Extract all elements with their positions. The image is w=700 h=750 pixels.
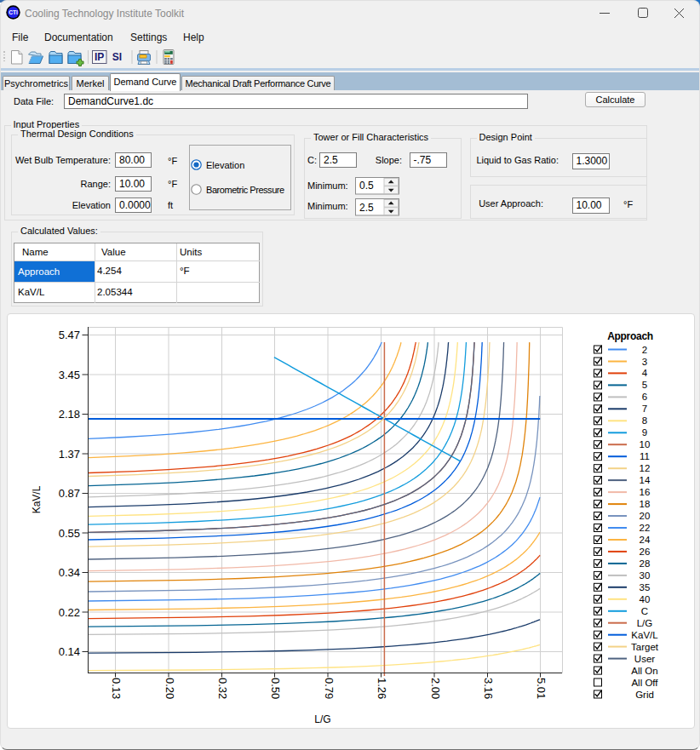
svg-text:0.22: 0.22	[59, 606, 80, 619]
svg-text:22: 22	[640, 523, 651, 533]
svg-text:L/G: L/G	[637, 618, 653, 628]
svg-text:Grid: Grid	[635, 690, 654, 700]
svg-text:0.79: 0.79	[323, 678, 336, 699]
svg-text:0.34: 0.34	[59, 566, 80, 579]
svg-text:IP: IP	[95, 51, 104, 63]
svg-text:4: 4	[642, 368, 648, 378]
svg-text:3.16: 3.16	[482, 678, 495, 699]
svg-text:All On: All On	[631, 666, 657, 676]
svg-text:5: 5	[642, 380, 647, 390]
svg-text:24: 24	[640, 535, 651, 545]
svg-text:2: 2	[642, 345, 647, 355]
svg-text:16: 16	[640, 487, 651, 497]
svg-text:2.18: 2.18	[59, 408, 80, 421]
svg-text:12: 12	[640, 463, 651, 473]
svg-text:10: 10	[640, 439, 651, 449]
svg-text:0.20: 0.20	[164, 678, 176, 699]
svg-text:28: 28	[640, 558, 651, 569]
svg-text:0.14: 0.14	[59, 645, 80, 658]
svg-text:1.26: 1.26	[376, 678, 388, 699]
svg-text:20: 20	[640, 511, 651, 521]
svg-text:8: 8	[642, 415, 647, 426]
svg-text:7: 7	[642, 404, 647, 414]
svg-text:L/G: L/G	[314, 713, 330, 725]
svg-text:Target: Target	[631, 642, 659, 652]
svg-text:6: 6	[642, 392, 647, 402]
svg-text:3.45: 3.45	[59, 369, 80, 381]
svg-text:0.55: 0.55	[59, 527, 80, 540]
svg-text:30: 30	[640, 570, 651, 581]
svg-text:5.01: 5.01	[535, 678, 548, 699]
svg-text:0.87: 0.87	[59, 487, 80, 500]
svg-text:0.13: 0.13	[110, 678, 123, 699]
svg-text:CTI: CTI	[9, 9, 18, 15]
svg-text:3: 3	[642, 357, 647, 367]
svg-text:2.00: 2.00	[429, 678, 442, 699]
svg-text:Approach: Approach	[607, 330, 653, 342]
svg-text:35: 35	[640, 582, 651, 593]
svg-text:26: 26	[640, 547, 651, 557]
svg-text:5.47: 5.47	[59, 329, 80, 341]
svg-text:14: 14	[640, 475, 651, 485]
svg-text:User: User	[634, 654, 655, 664]
svg-text:0.50: 0.50	[269, 678, 282, 699]
svg-text:9: 9	[642, 427, 647, 438]
svg-text:11: 11	[640, 451, 650, 461]
svg-text:C: C	[641, 606, 648, 616]
svg-text:0.32: 0.32	[216, 678, 229, 699]
svg-text:40: 40	[640, 594, 651, 604]
svg-text:1.37: 1.37	[59, 448, 80, 461]
svg-text:SI: SI	[112, 51, 122, 63]
svg-text:18: 18	[640, 499, 651, 509]
svg-text:KaV/L: KaV/L	[31, 485, 43, 513]
svg-text:KaV/L: KaV/L	[631, 630, 658, 640]
svg-text:All Off: All Off	[631, 678, 658, 688]
